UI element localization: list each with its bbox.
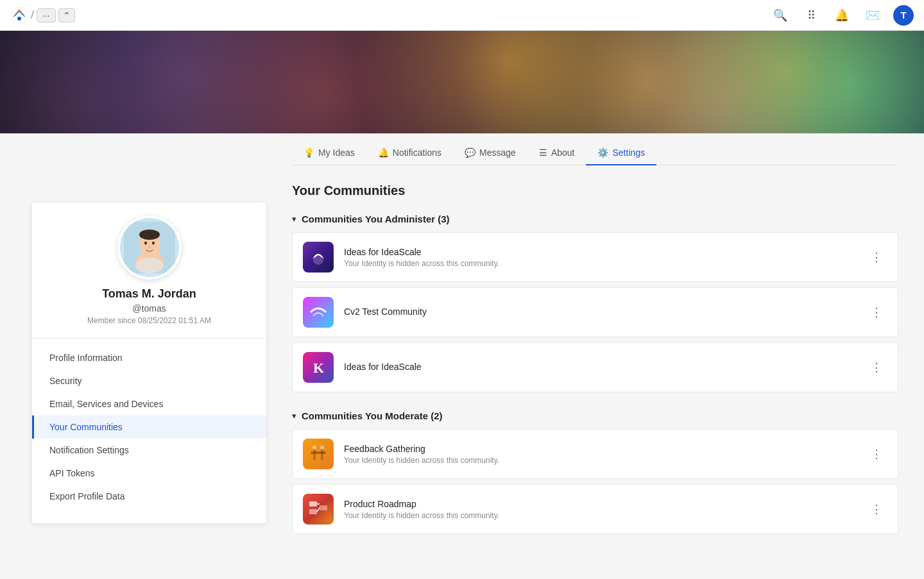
tab-about[interactable]: ☰ About: [527, 141, 586, 165]
community-info-c2: Cv2 Test Community: [344, 306, 855, 319]
svg-point-6: [139, 230, 160, 240]
community-card-c4: Feedback Gathering Your Identity is hidd…: [292, 429, 898, 479]
mail-icon: ✉️: [866, 8, 880, 22]
svg-point-9: [148, 246, 150, 248]
sidebar-item-security[interactable]: Security: [32, 369, 266, 392]
sidebar-nav: Profile Information Security Email, Serv…: [32, 346, 266, 508]
administer-section-header: ▾ Communities You Administer (3): [292, 214, 898, 224]
community-info-c5: Product Roadmap Your Identity is hidden …: [344, 499, 855, 520]
bell-tab-icon: 🔔: [378, 147, 389, 158]
avatar[interactable]: [117, 215, 182, 280]
page-wrapper: Tomas M. Jordan @tomas Member since 08/2…: [0, 0, 924, 578]
community-info-c1: Ideas for IdeaScale Your Identity is hid…: [344, 247, 855, 268]
search-icon: 🔍: [773, 8, 787, 22]
administer-toggle-button[interactable]: ▾: [292, 214, 296, 224]
sidebar-item-api-tokens[interactable]: API Tokens: [32, 462, 266, 485]
svg-point-20: [320, 446, 324, 449]
community-card-c2: Cv2 Test Community ⋮: [292, 287, 898, 337]
community-sub-c5: Your Identity is hidden across this comm…: [344, 511, 855, 520]
notifications-bell-button[interactable]: 🔔: [832, 5, 852, 26]
community-name-c3: Ideas for IdeaScale: [344, 362, 855, 372]
community-card-c1: Ideas for IdeaScale Your Identity is hid…: [292, 232, 898, 282]
breadcrumb: ··· ⌃: [37, 8, 75, 22]
community-name-c4: Feedback Gathering: [344, 444, 855, 454]
messages-button[interactable]: ✉️: [862, 5, 883, 26]
tab-notifications[interactable]: 🔔 Notifications: [366, 141, 453, 165]
user-avatar[interactable]: T: [893, 5, 914, 26]
community-more-button-c2[interactable]: ⋮: [866, 303, 887, 322]
tab-message[interactable]: 💬 Message: [453, 141, 527, 165]
community-name-c2: Cv2 Test Community: [344, 306, 855, 317]
main-content: 💡 My Ideas 🔔 Notifications 💬 Message ☰ A…: [266, 133, 924, 578]
moderate-section-title: Communities You Moderate (2): [302, 410, 442, 421]
community-sub-c1: Your Identity is hidden across this comm…: [344, 259, 855, 268]
logo-ideas-ideascale-1: [303, 242, 334, 273]
administer-section-title: Communities You Administer (3): [302, 214, 450, 224]
tab-my-ideas[interactable]: 💡 My Ideas: [292, 141, 366, 165]
sidebar-item-email-services[interactable]: Email, Services and Devices: [32, 392, 266, 415]
community-name-c1: Ideas for IdeaScale: [344, 247, 855, 257]
sidebar-item-your-communities[interactable]: Your Communities: [32, 415, 266, 439]
community-more-button-c1[interactable]: ⋮: [866, 248, 887, 267]
community-logo-c3: K: [303, 352, 334, 383]
community-card-c5: Product Roadmap Your Identity is hidden …: [292, 484, 898, 534]
nav-separator: /: [31, 8, 34, 22]
bell-icon: 🔔: [835, 8, 849, 22]
svg-point-8: [152, 242, 155, 245]
svg-point-1: [17, 17, 21, 21]
administer-section: ▾ Communities You Administer (3): [292, 214, 898, 392]
svg-rect-22: [309, 501, 317, 507]
logo-cv2: [303, 297, 334, 328]
list-icon: ☰: [539, 147, 547, 158]
community-info-c4: Feedback Gathering Your Identity is hidd…: [344, 444, 855, 465]
bokeh-overlay: [0, 31, 924, 133]
breadcrumb-chevron-button[interactable]: ⌃: [58, 8, 75, 22]
community-logo-svg-1: [308, 247, 329, 267]
sidebar-item-export-profile[interactable]: Export Profile Data: [32, 485, 266, 508]
profile-username: @tomas: [32, 303, 266, 314]
profile-name: Tomas M. Jordan: [32, 287, 266, 301]
community-more-button-c5[interactable]: ⋮: [866, 499, 887, 519]
svg-rect-24: [320, 505, 327, 510]
svg-point-19: [312, 446, 316, 449]
breadcrumb-dots-button[interactable]: ···: [37, 8, 56, 22]
community-more-button-c4[interactable]: ⋮: [866, 444, 887, 464]
community-sub-c4: Your Identity is hidden across this comm…: [344, 456, 855, 465]
bulb-icon: 💡: [304, 147, 314, 158]
svg-point-4: [135, 258, 164, 273]
svg-rect-23: [309, 509, 317, 514]
community-info-c3: Ideas for IdeaScale: [344, 362, 855, 374]
svg-point-7: [144, 242, 147, 245]
moderate-section: ▾ Communities You Moderate (2): [292, 410, 898, 534]
community-logo-svg-2: [305, 299, 331, 325]
community-logo-c4: [303, 439, 334, 469]
moderate-toggle-button[interactable]: ▾: [292, 411, 296, 421]
profile-section: Tomas M. Jordan @tomas Member since 08/2…: [0, 133, 924, 578]
ideascale-logo-icon: [10, 6, 28, 24]
search-button[interactable]: 🔍: [770, 5, 791, 26]
avatar-image: [124, 222, 175, 273]
apps-button[interactable]: ⠿: [801, 5, 821, 26]
logo-feedback: [303, 439, 334, 469]
community-logo-c5: [303, 494, 334, 524]
logo-ideas-k: K: [303, 352, 334, 383]
community-logo-svg-4: [305, 441, 331, 467]
sidebar-item-notification-settings[interactable]: Notification Settings: [32, 439, 266, 462]
sidebar-item-profile-info[interactable]: Profile Information: [32, 346, 266, 369]
tab-bar: 💡 My Ideas 🔔 Notifications 💬 Message ☰ A…: [292, 133, 898, 165]
logo-product-roadmap: [303, 494, 334, 524]
nav-actions: 🔍 ⠿ 🔔 ✉️ T: [770, 5, 914, 26]
moderate-section-header: ▾ Communities You Moderate (2): [292, 410, 898, 421]
profile-since: Member since 08/25/2022 01:51 AM: [32, 316, 266, 325]
tab-settings[interactable]: ⚙️ Settings: [586, 141, 656, 165]
svg-text:K: K: [313, 360, 324, 376]
topnav: / ··· ⌃ 🔍 ⠿ 🔔 ✉️ T: [0, 0, 924, 31]
community-card-c3: K Ideas for IdeaScale ⋮: [292, 342, 898, 392]
hero-banner: [0, 31, 924, 133]
avatar-wrap: [32, 203, 266, 280]
community-more-button-c3[interactable]: ⋮: [866, 358, 887, 377]
community-logo-c2: [303, 297, 334, 328]
logo[interactable]: [10, 6, 28, 24]
svg-rect-16: [311, 451, 326, 454]
page-title: Your Communities: [292, 183, 898, 198]
